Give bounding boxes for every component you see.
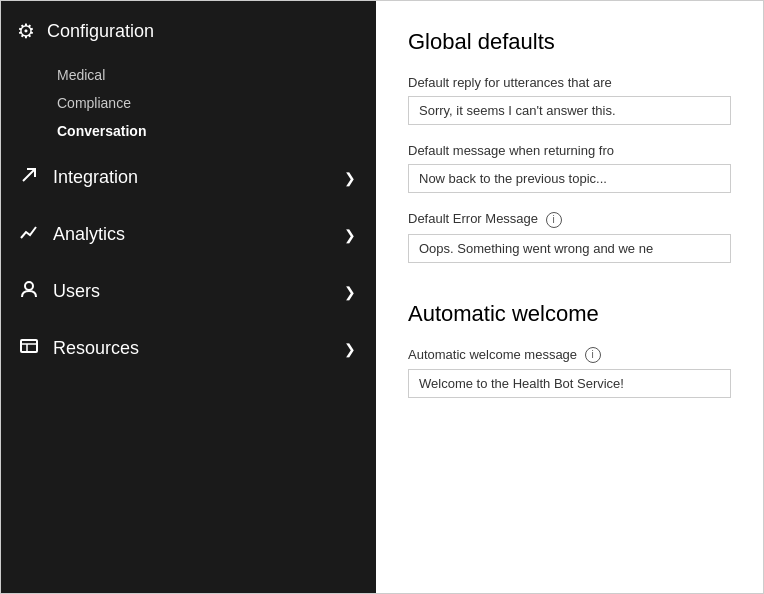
users-chevron-icon: ❯: [344, 284, 356, 300]
resources-chevron-icon: ❯: [344, 341, 356, 357]
error-message-info-icon[interactable]: i: [546, 212, 562, 228]
sidebar-subitem-compliance[interactable]: Compliance: [57, 89, 376, 117]
sidebar-item-users[interactable]: Users ❯: [1, 263, 376, 320]
sidebar-subitem-conversation[interactable]: Conversation: [57, 117, 376, 145]
sidebar-subitem-medical[interactable]: Medical: [57, 61, 376, 89]
field-input-returning[interactable]: [408, 164, 731, 193]
field-input-utterances[interactable]: [408, 96, 731, 125]
field-input-welcome-message[interactable]: [408, 369, 731, 398]
sidebar-item-users-label: Users: [53, 281, 100, 302]
field-label-welcome-message: Automatic welcome message i: [408, 347, 731, 364]
integration-icon: [17, 165, 41, 190]
sidebar-header-label: Configuration: [47, 21, 154, 42]
sidebar: ⚙ Configuration Medical Compliance Conve…: [1, 1, 376, 593]
automatic-welcome-title: Automatic welcome: [408, 301, 731, 327]
integration-chevron-icon: ❯: [344, 170, 356, 186]
svg-rect-2: [21, 340, 37, 352]
field-label-utterances: Default reply for utterances that are: [408, 75, 731, 90]
sidebar-item-integration[interactable]: Integration ❯: [1, 149, 376, 206]
welcome-message-info-icon[interactable]: i: [585, 347, 601, 363]
svg-line-0: [23, 169, 35, 181]
sidebar-item-analytics[interactable]: Analytics ❯: [1, 206, 376, 263]
sidebar-item-integration-label: Integration: [53, 167, 138, 188]
analytics-icon: [17, 222, 41, 247]
sidebar-item-resources-label: Resources: [53, 338, 139, 359]
field-label-error: Default Error Message i: [408, 211, 731, 228]
automatic-welcome-section: Automatic welcome Automatic welcome mess…: [408, 301, 731, 417]
sidebar-item-resources[interactable]: Resources ❯: [1, 320, 376, 377]
configuration-icon: ⚙: [17, 19, 35, 43]
main-content: Global defaults Default reply for uttera…: [376, 1, 763, 593]
resources-icon: [17, 336, 41, 361]
sidebar-subitems: Medical Compliance Conversation: [1, 61, 376, 149]
field-input-error[interactable]: [408, 234, 731, 263]
sidebar-item-analytics-label: Analytics: [53, 224, 125, 245]
sidebar-header-configuration[interactable]: ⚙ Configuration: [1, 1, 376, 61]
users-icon: [17, 279, 41, 304]
field-label-returning: Default message when returning fro: [408, 143, 731, 158]
global-defaults-section: Global defaults Default reply for uttera…: [408, 29, 731, 281]
global-defaults-title: Global defaults: [408, 29, 731, 55]
svg-point-1: [25, 282, 33, 290]
analytics-chevron-icon: ❯: [344, 227, 356, 243]
